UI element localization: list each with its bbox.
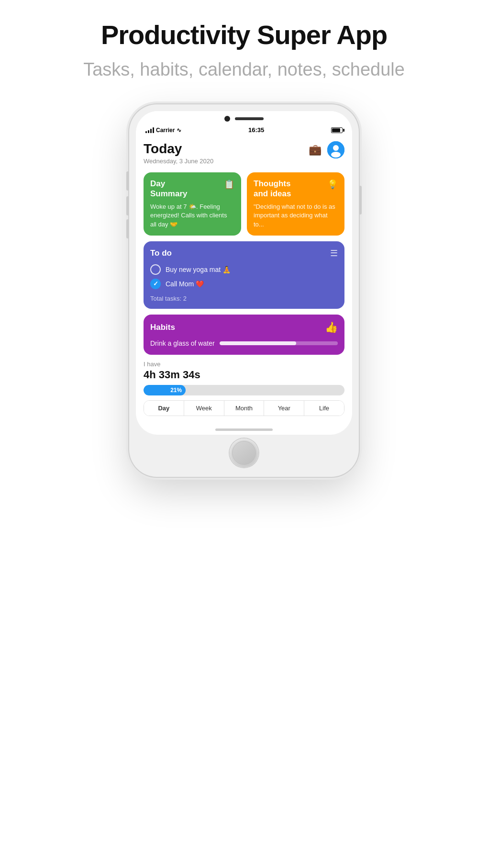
- today-date: Wednesday, 3 June 2020: [144, 158, 213, 165]
- carrier-label: Carrier: [156, 127, 175, 134]
- day-summary-text: Woke up at 7 🌤️. Feeling energized! Call…: [150, 203, 234, 229]
- signal-bar-3: [150, 129, 152, 133]
- time-value: 4h 33m 34s: [144, 369, 344, 381]
- day-progress-fill: 21%: [144, 385, 186, 395]
- habit-progress-fill-1: [220, 341, 297, 345]
- todo-card[interactable]: To do ☰ Buy new yoga mat 🧘 Call Mom ❤️: [144, 241, 344, 309]
- svg-point-1: [333, 145, 339, 151]
- camera-dot: [224, 116, 230, 122]
- tab-life[interactable]: Life: [304, 401, 344, 416]
- signal-bar-2: [148, 130, 149, 133]
- phone-top: [136, 111, 352, 124]
- todo-header: To do ☰: [150, 248, 338, 259]
- home-button-inner: [232, 441, 256, 465]
- habits-header: Habits 👍: [150, 321, 338, 334]
- signal-bars: [145, 127, 154, 133]
- status-left: Carrier ∿: [145, 127, 181, 134]
- day-progress-label: 21%: [170, 387, 182, 394]
- today-info: Today Wednesday, 3 June 2020: [144, 141, 213, 165]
- svg-point-2: [331, 152, 341, 158]
- app-content: Today Wednesday, 3 June 2020 💼: [136, 135, 352, 423]
- tab-month[interactable]: Month: [224, 401, 265, 416]
- status-bar: Carrier ∿ 16:35: [136, 124, 352, 135]
- signal-bar-4: [153, 127, 154, 133]
- todo-list-icon: ☰: [330, 248, 338, 259]
- habit-progress-bar-1: [220, 341, 338, 345]
- phone-frame: Carrier ∿ 16:35 Today Wednesday, 3 June …: [129, 104, 359, 476]
- tab-year[interactable]: Year: [264, 401, 304, 416]
- briefcase-icon[interactable]: 💼: [306, 141, 323, 158]
- day-summary-icon: 📋: [224, 179, 234, 190]
- bottom-tabs: Day Week Month Year Life: [144, 400, 344, 416]
- today-header: Today Wednesday, 3 June 2020 💼: [144, 141, 344, 165]
- thoughts-icon: 💡: [327, 179, 338, 190]
- page-title: Productivity Super App: [101, 19, 387, 50]
- battery-fill: [332, 128, 340, 132]
- time-label: I have: [144, 361, 344, 368]
- todo-total: Total tasks: 2: [150, 295, 338, 302]
- status-right: [331, 127, 343, 133]
- todo-items: Buy new yoga mat 🧘 Call Mom ❤️: [150, 264, 338, 289]
- home-button[interactable]: [230, 439, 258, 467]
- home-indicator: [215, 428, 273, 431]
- signal-bar-1: [145, 131, 147, 133]
- habits-card[interactable]: Habits 👍 Drink a glass of water: [144, 315, 344, 355]
- habit-item-1: Drink a glass of water: [150, 339, 338, 347]
- day-summary-card[interactable]: 📋 DaySummary Woke up at 7 🌤️. Feeling en…: [144, 172, 241, 235]
- time-section: I have 4h 33m 34s 21%: [144, 361, 344, 395]
- tab-day[interactable]: Day: [144, 401, 184, 416]
- status-time: 16:35: [248, 126, 264, 134]
- today-title: Today: [144, 141, 213, 157]
- profile-icon[interactable]: [327, 141, 344, 158]
- top-cards-row: 📋 DaySummary Woke up at 7 🌤️. Feeling en…: [144, 172, 344, 235]
- thoughts-text: "Deciding what not to do is as important…: [254, 203, 338, 229]
- habits-title: Habits: [150, 323, 175, 332]
- thoughts-title: Thoughtsand ideas: [254, 179, 338, 199]
- todo-text-1: Buy new yoga mat 🧘: [166, 266, 231, 273]
- camera-area: [224, 116, 264, 122]
- phone-screen: Carrier ∿ 16:35 Today Wednesday, 3 June …: [136, 111, 352, 434]
- todo-checkbox-2[interactable]: [150, 279, 161, 289]
- todo-title: To do: [150, 248, 172, 258]
- todo-checkbox-1[interactable]: [150, 264, 161, 275]
- thoughts-card[interactable]: 💡 Thoughtsand ideas "Deciding what not t…: [247, 172, 344, 235]
- habits-thumbsup-icon: 👍: [325, 321, 338, 334]
- tab-week[interactable]: Week: [184, 401, 224, 416]
- battery-icon: [331, 127, 343, 133]
- speaker-bar: [235, 117, 264, 120]
- header-icons: 💼: [306, 141, 344, 158]
- habit-text-1: Drink a glass of water: [150, 339, 215, 347]
- todo-text-2: Call Mom ❤️: [166, 280, 204, 288]
- page-subtitle: Tasks, habits, calendar, notes, schedule: [83, 58, 405, 81]
- todo-item-2[interactable]: Call Mom ❤️: [150, 279, 338, 289]
- day-progress-bar: 21%: [144, 385, 344, 395]
- wifi-icon: ∿: [177, 127, 181, 134]
- day-summary-title: DaySummary: [150, 179, 234, 199]
- todo-item-1[interactable]: Buy new yoga mat 🧘: [150, 264, 338, 275]
